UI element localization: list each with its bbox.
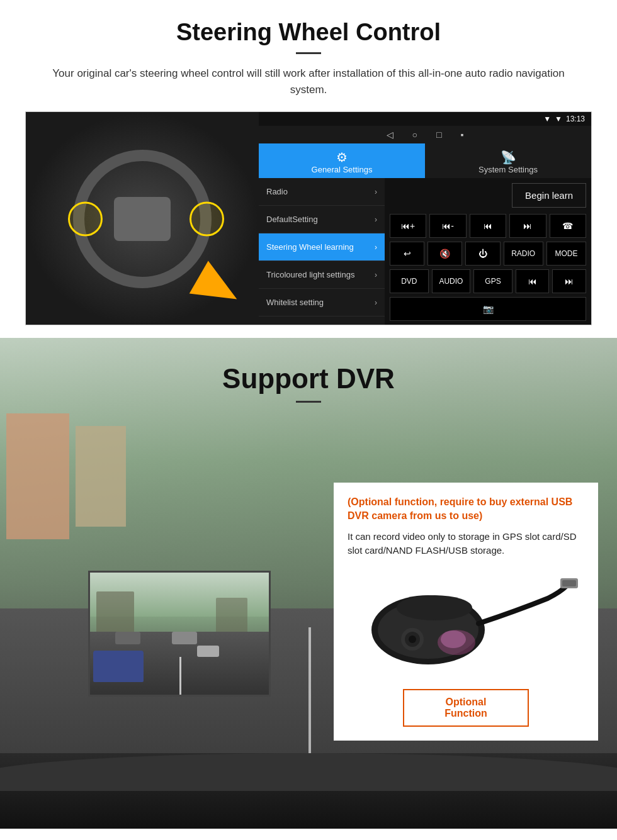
power-icon: ⏻: [478, 249, 487, 259]
dvr-optional-text: (Optional function, require to buy exter…: [348, 495, 584, 524]
gps-label: GPS: [485, 277, 501, 286]
svg-rect-7: [562, 580, 576, 586]
dvr-desc-text: It can record video only to storage in G…: [348, 530, 584, 558]
android-nav[interactable]: ◁ ○ □ ▪: [259, 126, 591, 143]
menu-item-whitelist[interactable]: Whitelist setting ›: [259, 289, 385, 316]
screenshot-road-line: [179, 657, 181, 695]
chevron-icon: ›: [375, 215, 377, 224]
radio-label: RADIO: [511, 249, 535, 258]
dvr-camera-area: [348, 567, 584, 680]
tab-general-settings[interactable]: ⚙ General Settings: [259, 143, 425, 178]
general-settings-icon: ⚙: [263, 150, 421, 165]
control-row-3: DVD AUDIO GPS ⏮ ⏭: [390, 269, 586, 293]
menu-item-tricoloured[interactable]: Tricoloured light settings ›: [259, 261, 385, 289]
tab-system-settings[interactable]: 📡 System Settings: [425, 143, 591, 178]
wifi-icon: ▼: [555, 115, 562, 123]
ctrl-power[interactable]: ⏻: [465, 242, 500, 266]
tab-system-label: System Settings: [478, 165, 538, 174]
dvr-title: Support DVR: [0, 363, 617, 395]
android-statusbar: ▼ ▼ 13:13: [259, 112, 591, 126]
android-panel: ▼ ▼ 13:13 ◁ ○ □ ▪ ⚙ General Settings 📡 S…: [259, 112, 591, 325]
ctrl-prev[interactable]: ⏮: [470, 214, 506, 238]
dvr-optional-function-button[interactable]: Optional Function: [403, 689, 529, 727]
next-icon: ⏭: [523, 221, 532, 231]
car-left: [115, 632, 140, 644]
ctrl-prev2[interactable]: ⏮: [516, 269, 550, 293]
ctrl-phone[interactable]: ☎: [550, 214, 586, 238]
steering-ui-container: ▼ ▼ 13:13 ◁ ○ □ ▪ ⚙ General Settings 📡 S…: [25, 111, 592, 325]
prev-icon: ⏮: [484, 221, 492, 231]
ctrl-mode[interactable]: MODE: [546, 242, 586, 266]
mode-label: MODE: [555, 249, 577, 258]
steering-subtitle: Your original car's steering wheel contr…: [50, 65, 567, 98]
tab-general-label: General Settings: [312, 165, 373, 174]
ctrl-audio[interactable]: AUDIO: [432, 269, 471, 293]
chevron-icon: ›: [375, 298, 377, 307]
highlight-circle-left: [68, 202, 103, 237]
dvd-label: DVD: [401, 277, 417, 286]
steering-wheel-center: [114, 197, 171, 241]
nav-back-btn[interactable]: ◁: [387, 130, 393, 140]
ctrl-mute[interactable]: 🔇: [427, 242, 462, 266]
steering-control-panel: Begin learn ⏮+ ⏮- ⏮ ⏭ ☎ ↩ 🔇 ⏻: [385, 178, 591, 325]
begin-learn-button[interactable]: Begin learn: [512, 183, 586, 208]
prev2-icon: ⏮: [528, 276, 537, 286]
highlight-circle-right: [190, 202, 224, 237]
menu-item-steering-label: Steering Wheel learning: [266, 242, 354, 252]
status-time: 13:13: [566, 115, 585, 123]
ctrl-radio[interactable]: RADIO: [504, 242, 543, 266]
dvr-camera-svg: [353, 567, 579, 680]
ctrl-camera[interactable]: 📷: [390, 297, 586, 321]
ctrl-back[interactable]: ↩: [390, 242, 424, 266]
title-divider: [296, 52, 321, 54]
menu-item-steering-learning[interactable]: Steering Wheel learning ›: [259, 233, 385, 261]
dvr-screenshot-thumbnail: [88, 571, 271, 697]
direction-arrow: [190, 261, 247, 316]
audio-label: AUDIO: [439, 277, 463, 286]
steering-title: Steering Wheel Control: [25, 19, 592, 46]
next2-icon: ⏭: [565, 276, 574, 286]
dvr-title-section: Support DVR: [0, 338, 617, 415]
ctrl-dvd[interactable]: DVD: [390, 269, 429, 293]
steering-section: Steering Wheel Control Your original car…: [0, 0, 617, 338]
settings-menu: Radio › DefaultSetting › Steering Wheel …: [259, 178, 385, 325]
svg-point-9: [441, 630, 466, 648]
nav-home-btn[interactable]: ○: [412, 130, 417, 140]
ctrl-vol-up[interactable]: ⏮+: [390, 214, 426, 238]
vol-down-icon: ⏮-: [442, 221, 454, 231]
dvr-info-box: (Optional function, require to buy exter…: [334, 483, 598, 741]
building-left: [6, 413, 69, 539]
svg-point-4: [409, 636, 416, 643]
dvr-divider: [296, 401, 321, 403]
svg-point-5: [397, 595, 472, 620]
menu-item-tricoloured-label: Tricoloured light settings: [266, 270, 354, 279]
dashboard-bottom: [0, 753, 617, 829]
mute-icon: 🔇: [439, 249, 450, 259]
android-tabs[interactable]: ⚙ General Settings 📡 System Settings: [259, 143, 591, 178]
ctrl-next[interactable]: ⏭: [509, 214, 546, 238]
vol-up-icon: ⏮+: [401, 221, 415, 231]
ctrl-next2[interactable]: ⏭: [552, 269, 586, 293]
ctrl-gps[interactable]: GPS: [473, 269, 512, 293]
car-far: [197, 646, 219, 657]
ctrl-vol-down[interactable]: ⏮-: [429, 214, 466, 238]
control-row-4: 📷: [390, 297, 586, 321]
chevron-icon: ›: [375, 243, 377, 252]
signal-icon: ▼: [543, 115, 551, 123]
dvr-section: Support DVR (Optional function, require …: [0, 338, 617, 829]
arrow-overlay: [196, 269, 246, 307]
menu-item-radio-label: Radio: [266, 187, 288, 196]
nav-recent-btn[interactable]: □: [436, 130, 441, 140]
steering-photo: [26, 112, 259, 325]
camera-icon: 📷: [483, 304, 494, 314]
menu-item-defaultsetting[interactable]: DefaultSetting ›: [259, 206, 385, 233]
car-right: [172, 632, 197, 644]
begin-learn-area: Begin learn: [390, 183, 586, 210]
menu-item-defaultsetting-label: DefaultSetting: [266, 215, 318, 224]
control-row-1: ⏮+ ⏮- ⏮ ⏭ ☎: [390, 214, 586, 238]
system-settings-icon: 📡: [429, 150, 587, 165]
building-left2: [76, 426, 126, 527]
nav-menu-btn[interactable]: ▪: [460, 130, 463, 140]
menu-item-radio[interactable]: Radio ›: [259, 178, 385, 206]
control-row-2: ↩ 🔇 ⏻ RADIO MODE: [390, 242, 586, 266]
